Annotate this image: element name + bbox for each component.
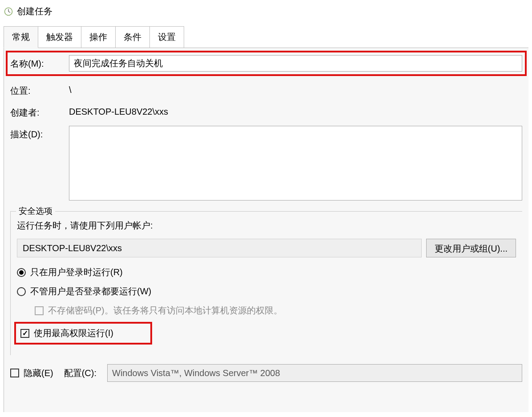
hidden-row[interactable]: 隐藏(E) <box>10 367 53 379</box>
tab-settings[interactable]: 设置 <box>150 26 184 48</box>
row-location: 位置: \ <box>10 82 522 97</box>
tab-general[interactable]: 常规 <box>4 26 38 48</box>
location-label: 位置: <box>10 82 69 97</box>
highlight-name-row: 名称(M): <box>6 51 527 76</box>
author-value: DESKTOP-LEU8V22\xxs <box>69 104 522 117</box>
tab-conditions[interactable]: 条件 <box>116 26 150 48</box>
highest-priv-label: 使用最高权限运行(I) <box>34 327 113 339</box>
configure-value: Windows Vista™, Windows Server™ 2008 <box>112 368 280 378</box>
security-legend: 安全选项 <box>16 205 55 217</box>
hidden-label: 隐藏(E) <box>24 367 53 379</box>
tab-label: 常规 <box>12 32 30 42</box>
tab-actions[interactable]: 操作 <box>81 26 116 48</box>
security-instruction: 运行任务时，请使用下列用户帐户: <box>17 220 516 232</box>
highest-priv-row[interactable]: 使用最高权限运行(I) <box>20 327 113 339</box>
configure-dropdown[interactable]: Windows Vista™, Windows Server™ 2008 <box>107 364 522 382</box>
radio-any-row[interactable]: 不管用户是否登录都要运行(W) <box>17 285 516 297</box>
author-label: 创建者: <box>10 104 69 119</box>
tab-label: 条件 <box>124 32 141 42</box>
highest-priv-checkbox[interactable] <box>20 329 29 338</box>
configure-label: 配置(C): <box>64 367 97 379</box>
row-author: 创建者: DESKTOP-LEU8V22\xxs <box>10 104 522 119</box>
description-input[interactable] <box>69 126 522 200</box>
row-description: 描述(D): <box>10 126 522 200</box>
title-bar: 创建任务 <box>0 0 532 26</box>
radio-any-label: 不管用户是否登录都要运行(W) <box>30 285 151 297</box>
window-title: 创建任务 <box>17 5 52 17</box>
no-password-checkbox <box>35 306 44 315</box>
tab-bar: 常规 触发器 操作 条件 设置 <box>4 26 528 48</box>
highlight-highest-priv: 使用最高权限运行(I) <box>14 322 152 345</box>
account-row: DESKTOP-LEU8V22\xxs 更改用户或组(U)... <box>17 239 516 257</box>
no-password-row: 不存储密码(P)。该任务将只有访问本地计算机资源的权限。 <box>35 305 516 317</box>
name-label: 名称(M): <box>10 55 69 70</box>
security-fieldset: 安全选项 运行任务时，请使用下列用户帐户: DESKTOP-LEU8V22\xx… <box>10 211 522 355</box>
row-name: 名称(M): <box>10 55 522 72</box>
tab-panel-general: 名称(M): 位置: \ 创建者: DESKTOP-LEU8V22\xxs 描述… <box>4 48 528 412</box>
clock-icon <box>4 7 13 16</box>
no-password-label: 不存储密码(P)。该任务将只有访问本地计算机资源的权限。 <box>48 305 282 317</box>
bottom-row: 隐藏(E) 配置(C): Windows Vista™, Windows Ser… <box>10 364 522 382</box>
tab-label: 设置 <box>158 32 176 42</box>
tab-label: 操作 <box>89 32 107 42</box>
name-input[interactable] <box>69 55 522 72</box>
hidden-checkbox[interactable] <box>10 369 19 377</box>
radio-logged-on[interactable] <box>17 268 26 277</box>
tab-label: 触发器 <box>46 32 73 42</box>
radio-logged-on-label: 只在用户登录时运行(R) <box>30 266 123 278</box>
radio-logged-on-row[interactable]: 只在用户登录时运行(R) <box>17 266 516 278</box>
location-value: \ <box>69 82 522 95</box>
change-user-button[interactable]: 更改用户或组(U)... <box>426 239 516 257</box>
description-label: 描述(D): <box>10 126 69 140</box>
tab-triggers[interactable]: 触发器 <box>38 26 81 48</box>
svg-line-2 <box>8 12 10 12</box>
radio-any[interactable] <box>17 287 26 296</box>
security-account: DESKTOP-LEU8V22\xxs <box>17 239 422 257</box>
